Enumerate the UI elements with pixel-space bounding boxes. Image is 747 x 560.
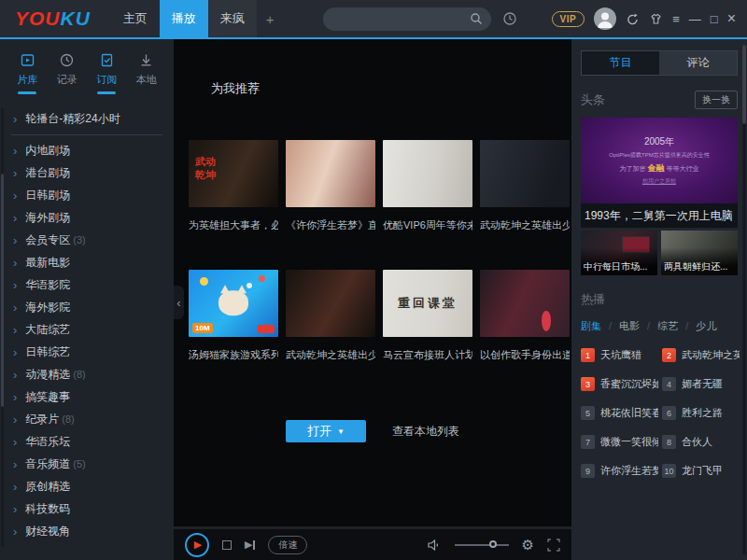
panel-scrollbar[interactable] (742, 45, 746, 554)
channel-item[interactable]: ›音乐频道(5) (0, 453, 174, 475)
video-card[interactable]: 武动乾坤之英雄出少年 第2... (480, 140, 570, 232)
video-caption: 以创作歌手身份出道的蔡健... (480, 348, 570, 362)
hot-tab-movies[interactable]: 电影 (601, 319, 640, 333)
channel-item[interactable]: ›会员专区(3) (0, 229, 174, 251)
playback-speed-button[interactable]: 倍速 (268, 536, 307, 554)
hot-tab-kids[interactable]: 少儿 (678, 319, 716, 333)
channel-item[interactable]: ›海外影院 (0, 296, 174, 318)
channel-item[interactable]: ›原创精选 (0, 475, 174, 497)
settings-gear-icon[interactable]: ⚙ (522, 537, 534, 553)
ranked-item[interactable]: 2武动乾坤之英... (662, 348, 740, 362)
headline-feature-card[interactable]: 2005年 OptiPlex搭载TPM芯片提供更高的安全性 为了加密 金融 等等… (581, 118, 738, 228)
ranked-item[interactable]: 3香蜜沉沉烬如... (581, 377, 658, 391)
maximize-button[interactable]: □ (711, 13, 718, 25)
sidebar-tab-history[interactable]: 记录 (50, 52, 84, 94)
video-caption: 马云宣布接班人计划：一年... (383, 348, 472, 362)
fullscreen-icon[interactable] (547, 539, 560, 552)
search-icon[interactable] (470, 12, 483, 25)
shuffle-button[interactable]: 换一换 (695, 91, 738, 109)
tab-playing[interactable]: 播放 (160, 0, 208, 37)
channel-item[interactable]: ›海外剧场 (0, 206, 174, 229)
sidebar-tab-local[interactable]: 本地 (130, 52, 163, 94)
skin-theme-icon[interactable] (649, 12, 663, 26)
video-card[interactable]: 武动乾坤之英雄出少年 第3... (286, 270, 375, 362)
video-card[interactable]: 武动乾坤 为英雄担大事者，必艰辛孤独 (189, 140, 278, 232)
tab-comments[interactable]: 评论 (659, 51, 737, 75)
avatar[interactable] (594, 7, 616, 30)
menu-icon[interactable]: ≡ (672, 13, 680, 25)
channel-item[interactable]: ›港台剧场 (0, 161, 174, 184)
ranked-item[interactable]: 5桃花依旧笑春... (581, 406, 658, 420)
video-thumbnail: 10M (189, 270, 278, 337)
chevron-right-icon: › (13, 256, 17, 270)
recommend-row-1: 武动乾坤 为英雄担大事者，必艰辛孤独 《许你浮生若梦》直击罗浮... 优酷VIP… (174, 140, 571, 232)
channel-item[interactable]: ›轮播台-精彩24小时 (0, 107, 174, 130)
balloon-decoration (247, 283, 252, 288)
channel-item[interactable]: ›动漫精选(8) (0, 363, 174, 385)
ranked-item[interactable]: 9许你浮生若梦 (581, 464, 658, 478)
youku-logo[interactable]: YOU KU (15, 0, 91, 37)
search-box[interactable] (323, 7, 491, 31)
hot-tab-series[interactable]: 剧集 (581, 319, 601, 333)
chevron-right-icon: › (13, 112, 17, 126)
view-local-list-link[interactable]: 查看本地列表 (392, 424, 459, 440)
tab-programs[interactable]: 节目 (582, 51, 659, 75)
ranked-item[interactable]: 6胜利之路 (662, 406, 740, 420)
sidebar-collapse-handle[interactable]: ‹ (174, 286, 184, 319)
video-card[interactable]: 重回课堂 马云宣布接班人计划：一年... (383, 270, 472, 362)
channel-item[interactable]: ›华语乐坛 (0, 430, 174, 453)
channel-item[interactable]: ›最新电影 (0, 251, 174, 273)
rank-badge: 5 (581, 406, 595, 420)
ranked-item[interactable]: 8合伙人 (662, 435, 740, 449)
tab-laifeng[interactable]: 来疯 (208, 0, 257, 37)
channel-item[interactable]: ›日韩综艺 (0, 341, 174, 363)
vip-badge[interactable]: VIP (552, 11, 585, 27)
channel-list: ›轮播台-精彩24小时 ›内地剧场 ›港台剧场 ›日韩剧场 ›海外剧场 ›会员专… (0, 107, 174, 542)
next-button[interactable]: ▶ (245, 539, 255, 551)
ranked-item[interactable]: 4媚者无疆 (662, 377, 740, 391)
ranked-item[interactable]: 10龙门飞甲 (662, 464, 740, 478)
video-thumbnail (286, 140, 375, 207)
video-card[interactable]: 优酷VIP6周年等你来！ (383, 140, 472, 232)
refresh-icon[interactable] (626, 12, 640, 26)
new-tab-button[interactable]: + (257, 0, 284, 37)
channel-item[interactable]: ›纪录片(8) (0, 408, 174, 430)
channel-item[interactable]: ›内地剧场 (0, 139, 174, 161)
search-input[interactable] (314, 7, 470, 31)
open-file-button[interactable]: 打开 ▼ (286, 420, 366, 442)
chevron-right-icon: › (13, 144, 17, 158)
rank-badge: 9 (581, 464, 595, 478)
tab-home[interactable]: 主页 (111, 0, 160, 37)
hot-tab-variety[interactable]: 综艺 (640, 319, 678, 333)
channel-item[interactable]: ›财经视角 (0, 520, 174, 542)
ranked-item[interactable]: 7微微一笑很倾... (581, 435, 658, 449)
logo-ku: KU (61, 7, 91, 30)
channel-item[interactable]: ›搞笑趣事 (0, 385, 174, 408)
news-card[interactable]: 两具朝鲜归还... (661, 231, 738, 275)
video-card[interactable]: 《许你浮生若梦》直击罗浮... (286, 140, 375, 232)
volume-icon[interactable] (427, 539, 442, 552)
stop-button[interactable] (222, 540, 232, 550)
rank-badge: 2 (662, 348, 676, 362)
subscription-icon (99, 52, 115, 68)
minimize-button[interactable]: — (689, 13, 701, 25)
volume-slider[interactable] (455, 544, 509, 546)
sidebar-scrollbar[interactable] (1, 108, 4, 547)
video-card[interactable]: 以创作歌手身份出道的蔡健... (480, 270, 570, 362)
close-button[interactable]: × (727, 11, 736, 26)
channel-item[interactable]: ›日韩剧场 (0, 184, 174, 206)
play-button[interactable]: ▶ (185, 533, 209, 557)
volume-slider-knob[interactable] (489, 540, 497, 548)
channel-item[interactable]: ›大陆综艺 (0, 318, 174, 341)
sidebar-tab-subscriptions[interactable]: 订阅 (90, 52, 123, 94)
sidebar-tab-library[interactable]: 片库 (10, 52, 44, 94)
ranked-item[interactable]: 1天坑鹰猎 (581, 348, 658, 362)
history-icon[interactable] (502, 11, 517, 26)
news-card[interactable]: 中行每日市场... (581, 231, 657, 275)
video-caption: 为英雄担大事者，必艰辛孤独 (189, 218, 278, 232)
channel-item[interactable]: ›科技数码 (0, 497, 174, 520)
channel-item[interactable]: ›华语影院 (0, 273, 174, 296)
thumbnail-title-overlay: 重回课堂 (383, 270, 472, 337)
video-caption: 优酷VIP6周年等你来！ (383, 218, 472, 232)
video-card[interactable]: 10M 汤姆猫家族游戏系列 - 汤姆... (189, 270, 278, 362)
